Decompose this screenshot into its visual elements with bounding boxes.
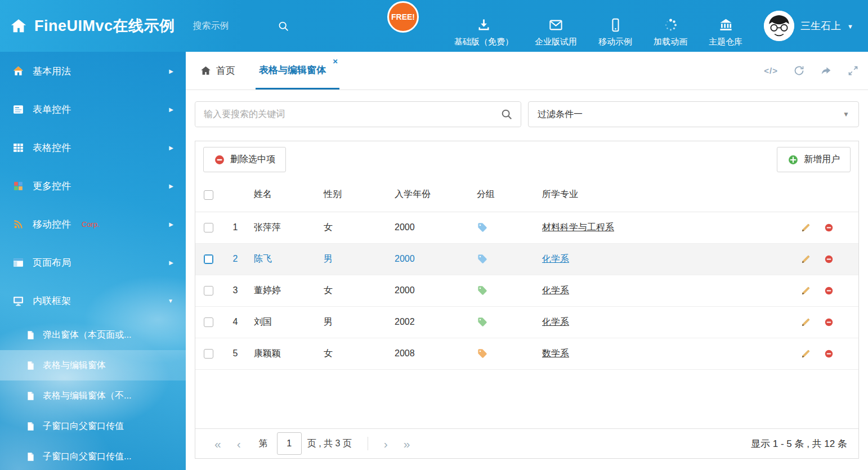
add-user-button[interactable]: 新增用户: [777, 147, 851, 172]
filter-dropdown[interactable]: 过滤条件一 ▼: [528, 101, 859, 127]
cell-gender: 女: [319, 338, 390, 369]
major-link[interactable]: 化学系: [542, 285, 569, 295]
sidebar-subitem-child-to-parent-2[interactable]: 子窗口向父窗口传值...: [0, 441, 186, 470]
row-checkbox[interactable]: [204, 254, 213, 264]
edit-pencil-icon[interactable]: [801, 348, 811, 360]
user-name: 三生石上: [800, 19, 841, 33]
tab-label: 表格与编辑窗体: [259, 64, 326, 77]
expand-icon: [847, 65, 859, 77]
table-row[interactable]: 1 张萍萍 女 2000 材料科学与工程系: [195, 212, 858, 243]
table-row[interactable]: 5 康颖颖 女 2008 数学系: [195, 338, 858, 369]
sidebar-item-label: 移动控件: [33, 218, 71, 231]
sidebar-item-iframe[interactable]: 内联框架 ▼: [0, 281, 186, 320]
page-number-input[interactable]: [277, 432, 302, 455]
column-header-gender: 性别: [319, 178, 390, 212]
table-header-row: 姓名 性别 入学年份 分组 所学专业: [195, 178, 858, 212]
sidebar-subitem-popup-window[interactable]: 弹出窗体（本页面或...: [0, 320, 186, 350]
chevron-right-icon: ▶: [169, 183, 173, 189]
sidebar-item-label: 更多控件: [33, 180, 71, 193]
cell-name: 康颖颖: [249, 338, 319, 369]
sidebar-subitem-grid-edit-window[interactable]: 表格与编辑窗体: [0, 350, 186, 381]
delete-row-icon[interactable]: [824, 348, 834, 360]
delete-row-icon[interactable]: [824, 285, 834, 297]
row-checkbox[interactable]: [204, 286, 213, 296]
avatar: [764, 11, 794, 41]
spinner-icon: [663, 17, 678, 33]
sidebar-item-form-controls[interactable]: 表单控件 ▶: [0, 90, 186, 128]
keyword-search-input[interactable]: [195, 102, 521, 127]
row-checkbox[interactable]: [204, 349, 213, 359]
major-link[interactable]: 化学系: [542, 317, 569, 326]
sidebar-item-basic-usage[interactable]: 基本用法 ▶: [0, 52, 186, 90]
signal-icon: [12, 218, 24, 230]
table-row[interactable]: 4 刘国 男 2002 化学系: [195, 306, 858, 338]
file-icon: [26, 452, 35, 462]
column-header-major: 所学专业: [538, 178, 797, 212]
sidebar-item-page-layout[interactable]: 页面布局 ▶: [0, 243, 186, 281]
app-title: FineUIMvc在线示例: [34, 16, 175, 36]
delete-row-icon[interactable]: [824, 253, 834, 265]
tab-label: 首页: [216, 64, 235, 77]
grid-panel: 删除选中项 新增用户 姓名 性别: [195, 141, 859, 459]
row-number: 2: [221, 243, 249, 275]
nav-item-basic-free[interactable]: 基础版（免费）: [454, 17, 513, 47]
refresh-button[interactable]: [793, 65, 805, 77]
select-all-checkbox[interactable]: [204, 190, 213, 200]
major-link[interactable]: 材料科学与工程系: [542, 222, 614, 232]
sidebar-item-grid-controls[interactable]: 表格控件 ▶: [0, 128, 186, 167]
table-row[interactable]: 3 董婷婷 女 2000 化学系: [195, 275, 858, 306]
logo[interactable]: FineUIMvc在线示例: [10, 16, 175, 36]
edit-pencil-icon[interactable]: [801, 285, 811, 297]
delete-row-icon[interactable]: [824, 222, 834, 234]
sidebar-item-more-controls[interactable]: 更多控件 ▶: [0, 167, 186, 205]
major-link[interactable]: 化学系: [542, 254, 569, 263]
page-label-suffix: 页 , 共 3 页: [307, 438, 352, 450]
minus-circle-icon: [214, 154, 225, 165]
delete-selected-button[interactable]: 删除选中项: [203, 147, 286, 172]
row-checkbox[interactable]: [204, 223, 213, 232]
sidebar-subitem-grid-edit-window-2[interactable]: 表格与编辑窗体（不...: [0, 381, 186, 411]
next-page-button[interactable]: ›: [376, 438, 396, 450]
header-search-input[interactable]: [193, 21, 278, 31]
tag-icon: [477, 285, 533, 296]
user-menu[interactable]: 三生石上 ▼: [764, 11, 853, 41]
grid-icon: [12, 142, 24, 154]
open-new-window-button[interactable]: [820, 65, 832, 77]
edit-pencil-icon[interactable]: [801, 253, 811, 265]
edit-pencil-icon[interactable]: [801, 316, 811, 328]
caret-down-icon: ▼: [843, 110, 849, 118]
nav-item-loading-animation[interactable]: 加载动画: [654, 17, 687, 47]
nav-item-mobile-demo[interactable]: 移动示例: [598, 17, 632, 47]
view-source-button[interactable]: </>: [764, 66, 778, 75]
pagination-divider: [368, 437, 368, 450]
last-page-button[interactable]: »: [396, 438, 418, 450]
search-icon[interactable]: [278, 20, 289, 32]
first-page-button[interactable]: «: [207, 438, 229, 450]
fullscreen-button[interactable]: [847, 65, 859, 77]
tab-home[interactable]: 首页: [195, 52, 241, 89]
nav-item-theme-store[interactable]: 主题仓库: [709, 17, 742, 47]
cell-name: 陈飞: [249, 243, 319, 275]
tab-grid-edit-window[interactable]: 表格与编辑窗体 ×: [256, 52, 339, 89]
close-icon[interactable]: ×: [333, 57, 338, 65]
table-body: 1 张萍萍 女 2000 材料科学与工程系 2 陈飞 男 2000: [195, 212, 858, 369]
prev-page-button[interactable]: ‹: [229, 438, 249, 450]
sidebar-subitem-label: 表格与编辑窗体: [43, 360, 106, 371]
sidebar-item-mobile-controls[interactable]: 移动控件 Corp. ▶: [0, 205, 186, 243]
nav-item-enterprise-trial[interactable]: 企业版试用: [535, 17, 577, 47]
download-icon: [476, 17, 491, 33]
table-row[interactable]: 2 陈飞 男 2000 化学系: [195, 243, 858, 275]
row-checkbox[interactable]: [204, 317, 213, 327]
row-number: 1: [221, 212, 249, 243]
form-icon: [12, 104, 24, 115]
code-icon: </>: [764, 66, 778, 75]
edit-pencil-icon[interactable]: [801, 222, 811, 234]
share-arrow-icon: [820, 65, 832, 77]
mobile-icon: [608, 17, 623, 33]
chevron-right-icon: ▶: [169, 259, 173, 266]
cell-gender: 女: [319, 212, 390, 243]
sidebar-item-label: 页面布局: [33, 256, 71, 269]
delete-row-icon[interactable]: [824, 316, 834, 328]
sidebar-subitem-child-to-parent[interactable]: 子窗口向父窗口传值: [0, 411, 186, 441]
major-link[interactable]: 数学系: [542, 348, 569, 358]
